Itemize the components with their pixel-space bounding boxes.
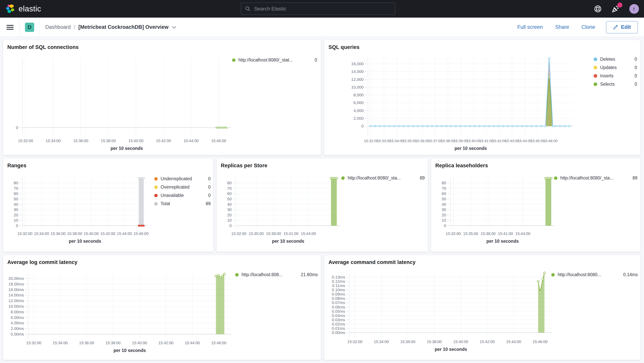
legend-value: 0 [632, 57, 637, 62]
svg-text:15:44:00: 15:44:00 [301, 231, 316, 236]
legend-item[interactable]: Overreplicated0 [154, 184, 210, 190]
legend-label: http://localhost:8080/_stat... [238, 58, 293, 63]
dashboard-row: Ranges0102030405060708015:32:0015:34:001… [3, 158, 641, 252]
svg-text:8,000: 8,000 [354, 93, 364, 97]
svg-text:30: 30 [14, 207, 18, 212]
svg-text:14,000: 14,000 [351, 69, 364, 74]
svg-text:15:38:00: 15:38:00 [441, 139, 455, 143]
legend-label: Underreplicated [160, 176, 192, 181]
legend-item[interactable]: Unavailable0 [154, 193, 210, 198]
svg-text:15:34:00: 15:34:00 [374, 339, 389, 344]
svg-text:15:41:00: 15:41:00 [498, 231, 513, 236]
svg-text:15:37:00: 15:37:00 [428, 139, 442, 143]
svg-text:10: 10 [14, 218, 18, 222]
svg-text:20.00ms: 20.00ms [8, 276, 24, 281]
chart-legend: http://localhost:808...21.60ms [235, 272, 318, 280]
legend-value: 0 [312, 58, 317, 63]
elastic-logo[interactable]: elastic [5, 4, 41, 14]
legend-item[interactable]: Deletes0 [594, 57, 637, 62]
share-button[interactable]: Share [555, 24, 569, 30]
dashboard-badge[interactable]: D [25, 23, 34, 32]
svg-text:14.00ms: 14.00ms [8, 293, 24, 297]
legend-dot-icon [594, 66, 597, 70]
svg-text:20: 20 [227, 213, 232, 217]
legend-label: Deletes [600, 57, 615, 62]
legend-dot-icon [154, 194, 158, 197]
dashboard-panel: SQL queries02,0004,0006,0008,00010,00012… [324, 40, 640, 155]
legend-dot-icon [341, 176, 345, 180]
legend-item[interactable]: http://localhost:8080...0.14ms [551, 272, 638, 277]
svg-text:15:44:00: 15:44:00 [515, 231, 530, 236]
svg-text:20: 20 [14, 213, 18, 217]
legend-item[interactable]: Selects0 [594, 82, 637, 87]
svg-text:60: 60 [442, 191, 446, 196]
legend-item[interactable]: http://localhost:8080/_sta...89 [341, 175, 425, 181]
chevron-down-icon[interactable] [172, 26, 176, 29]
full-screen-button[interactable]: Full screen [517, 24, 543, 30]
menu-button[interactable] [6, 24, 14, 30]
legend-label: Total [160, 201, 170, 206]
notification-dot [617, 3, 622, 8]
svg-text:80: 80 [227, 181, 232, 185]
news-button[interactable] [611, 5, 620, 13]
svg-text:40: 40 [14, 202, 18, 207]
svg-text:0.11ms: 0.11ms [332, 283, 345, 288]
svg-text:15:32:00: 15:32:00 [26, 341, 41, 345]
svg-text:15:43:00: 15:43:00 [505, 139, 519, 143]
svg-text:6.00ms: 6.00ms [11, 315, 24, 320]
legend-value: 0 [206, 193, 210, 198]
svg-text:70: 70 [14, 186, 18, 190]
svg-text:15:36:00: 15:36:00 [73, 139, 88, 143]
breadcrumb-dashboard[interactable]: Dashboard [45, 24, 71, 30]
svg-text:15:40:00: 15:40:00 [128, 139, 144, 143]
legend-value: 0 [632, 82, 637, 87]
svg-text:0: 0 [361, 124, 364, 128]
svg-text:0: 0 [444, 223, 446, 228]
legend-item[interactable]: http://localhost:808...21.60ms [235, 272, 318, 277]
svg-text:15:46:00: 15:46:00 [134, 231, 148, 236]
avatar-initial: r [633, 6, 635, 12]
svg-text:60: 60 [227, 191, 232, 196]
avatar[interactable]: r [629, 4, 639, 14]
legend-value: 0 [632, 73, 637, 79]
divider [19, 18, 20, 37]
legend-label: http://localhost:8080/_sta... [560, 175, 614, 181]
pencil-icon [613, 25, 618, 30]
svg-text:15:36:00: 15:36:00 [400, 339, 416, 344]
dashboard-panel: Ranges0102030405060708015:32:0015:34:001… [3, 158, 213, 252]
dashboard-panel: Number of SQL connections015:32:0015:34:… [3, 40, 321, 155]
chart-legend: Underreplicated0Overreplicated0Unavailab… [154, 176, 210, 209]
svg-text:40: 40 [227, 202, 232, 207]
svg-text:0: 0 [16, 223, 18, 228]
svg-text:15:42:00: 15:42:00 [158, 341, 174, 345]
legend-item[interactable]: Underreplicated0 [154, 176, 210, 181]
help-button[interactable] [594, 5, 602, 13]
svg-text:4.00ms: 4.00ms [11, 321, 24, 325]
svg-text:2.00ms: 2.00ms [11, 326, 24, 331]
svg-text:15:46:00: 15:46:00 [211, 341, 226, 345]
svg-text:15:32:00: 15:32:00 [231, 231, 246, 236]
svg-text:per 10 seconds: per 10 seconds [454, 146, 487, 151]
svg-text:4,000: 4,000 [354, 108, 364, 113]
chart: 0102030405060708015:32:0015:35:0015:38:0… [216, 158, 428, 252]
search-input[interactable] [254, 6, 391, 12]
legend-item[interactable]: Inserts0 [594, 73, 637, 79]
svg-text:15:33:00: 15:33:00 [377, 139, 391, 143]
svg-text:50: 50 [227, 197, 232, 201]
svg-text:15:35:00: 15:35:00 [463, 231, 478, 236]
legend-item[interactable]: http://localhost:8080/_stat...0 [232, 58, 317, 63]
legend-value: 89 [417, 175, 425, 181]
svg-text:10.00ms: 10.00ms [8, 304, 24, 308]
legend-item[interactable]: Updates0 [594, 65, 637, 70]
global-search[interactable] [241, 3, 395, 15]
help-life-ring-icon [594, 5, 602, 13]
edit-button[interactable]: Edit [606, 21, 638, 34]
svg-text:15:38:00: 15:38:00 [67, 231, 82, 236]
legend-item[interactable]: Total89 [154, 201, 210, 206]
legend-label: Overreplicated [160, 184, 190, 190]
legend-item[interactable]: http://localhost:8080/_sta...89 [554, 175, 638, 181]
page-title: [Metricbeat CockroachDB] Overview [78, 24, 169, 30]
svg-text:0.00ms: 0.00ms [332, 330, 345, 335]
svg-text:10: 10 [227, 218, 232, 222]
clone-button[interactable]: Clone [582, 24, 595, 30]
